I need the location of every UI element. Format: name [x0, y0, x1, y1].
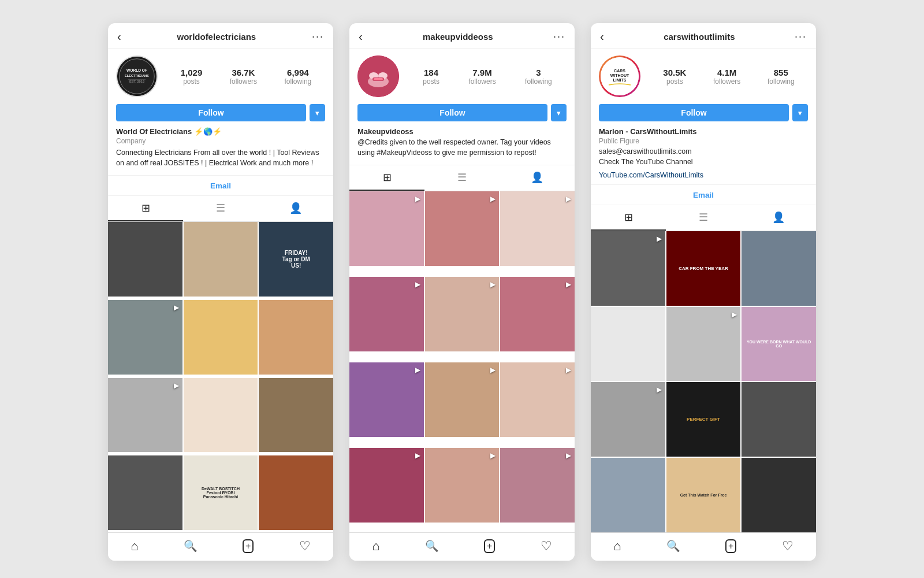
follow-button-cars[interactable]: Follow: [599, 104, 789, 121]
grid-cell[interactable]: Get This Watch For Free: [666, 458, 741, 532]
add-icon[interactable]: +: [243, 539, 254, 553]
grid-cell[interactable]: [742, 231, 816, 306]
bottom-nav-makeup: ⌂ 🔍 + ♡: [349, 532, 575, 561]
header-electricians: ‹ worldofelectricians ···: [108, 23, 333, 49]
more-icon[interactable]: ···: [312, 31, 324, 43]
grid-cell[interactable]: [259, 300, 333, 375]
bio-link-cars[interactable]: YouTube.com/CarsWithoutLimits: [599, 171, 703, 179]
grid-cell[interactable]: ▶: [500, 448, 575, 523]
grid-icon: ⊞: [624, 211, 633, 224]
grid-cell[interactable]: YOU WERE BORN WHAT WOULD GO: [742, 307, 816, 381]
grid-cell[interactable]: [259, 378, 333, 453]
bottom-nav-cars: ⌂ 🔍 + ♡: [591, 532, 816, 561]
grid-cell[interactable]: DeWALT BOSTITCHFestool RYOBIPanasonic Hi…: [184, 455, 258, 530]
grid-cell[interactable]: ▶: [425, 277, 500, 351]
search-icon[interactable]: 🔍: [425, 539, 439, 553]
grid-cell[interactable]: ▶: [349, 362, 424, 437]
video-icon: ▶: [566, 366, 571, 374]
grid-cell[interactable]: ▶: [591, 382, 665, 457]
video-icon: ▶: [415, 366, 420, 374]
follow-dropdown-electricians[interactable]: ▾: [310, 104, 325, 121]
profile-section-cars: CARS WITHOUT LIMITS 30.5K posts 4.1M: [591, 49, 816, 127]
grid-cell[interactable]: ▶: [591, 231, 665, 306]
back-icon[interactable]: ‹: [117, 30, 121, 43]
bio-email-cars: sales@carswithoutlimits.com: [599, 147, 808, 155]
search-icon[interactable]: 🔍: [184, 539, 198, 553]
tab-list-electricians[interactable]: ☰: [183, 196, 258, 221]
grid-cell[interactable]: ▶: [349, 448, 424, 523]
home-icon[interactable]: ⌂: [372, 539, 379, 554]
profile-section-makeup: 184 posts 7.9M followers 3 following Fol…: [349, 49, 575, 127]
grid-cell[interactable]: ▶: [349, 277, 424, 351]
tab-person-electricians[interactable]: 👤: [258, 196, 333, 221]
grid-cell[interactable]: [742, 458, 816, 532]
grid-cell[interactable]: ▶: [108, 378, 182, 453]
grid-cell[interactable]: [108, 455, 182, 530]
tabs-cars: ⊞ ☰ 👤: [591, 205, 816, 231]
stat-followers: 7.9M followers: [468, 68, 495, 86]
photo-grid-cars: ▶ CAR FROM THE YEAR ▶ YOU WERE BORN WHAT…: [591, 231, 816, 532]
grid-cell[interactable]: PERFECT GIFT: [666, 382, 741, 457]
grid-icon: ⊞: [141, 202, 150, 214]
grid-cell[interactable]: [591, 307, 665, 381]
video-icon: ▶: [490, 195, 495, 203]
grid-cell[interactable]: ▶: [500, 362, 575, 437]
back-icon[interactable]: ‹: [600, 30, 604, 43]
grid-cell[interactable]: [184, 378, 258, 453]
grid-cell[interactable]: [742, 382, 816, 457]
more-icon[interactable]: ···: [553, 31, 565, 43]
grid-cell[interactable]: ▶: [108, 300, 182, 375]
grid-cell[interactable]: [108, 222, 182, 297]
add-icon[interactable]: +: [725, 539, 736, 553]
person-icon: 👤: [531, 171, 543, 184]
more-icon[interactable]: ···: [795, 31, 807, 43]
grid-cell[interactable]: ▶: [500, 277, 575, 351]
follow-dropdown-makeup[interactable]: ▾: [551, 104, 567, 121]
follow-row-electricians: Follow ▾: [116, 104, 325, 121]
grid-cell[interactable]: ▶: [425, 362, 500, 437]
email-button-electricians[interactable]: Email: [210, 181, 231, 190]
grid-cell[interactable]: [259, 455, 333, 530]
tab-grid-cars[interactable]: ⊞: [591, 205, 666, 231]
stat-posts: 184 posts: [423, 68, 439, 86]
username-makeup: makeupviddeoss: [423, 32, 493, 42]
grid-cell[interactable]: ▶: [425, 191, 500, 266]
grid-cell[interactable]: [184, 300, 258, 375]
grid-cell[interactable]: [591, 458, 665, 532]
tab-list-makeup[interactable]: ☰: [424, 165, 500, 191]
heart-icon[interactable]: ♡: [782, 539, 793, 554]
add-icon[interactable]: +: [484, 539, 495, 553]
svg-rect-11: [374, 78, 383, 80]
home-icon[interactable]: ⌂: [613, 539, 621, 554]
grid-cell[interactable]: ▶: [500, 191, 575, 266]
heart-icon[interactable]: ♡: [541, 539, 552, 554]
grid-cell[interactable]: ▶: [349, 191, 424, 266]
tab-list-cars[interactable]: ☰: [666, 205, 741, 231]
grid-cell[interactable]: FRIDAY!Tag or DMUS!: [259, 222, 333, 297]
stat-posts: 30.5K posts: [663, 68, 686, 86]
follow-button-electricians[interactable]: Follow: [116, 104, 306, 121]
grid-cell[interactable]: ▶: [425, 448, 500, 523]
heart-icon[interactable]: ♡: [299, 539, 311, 554]
grid-cell[interactable]: ▶: [666, 307, 741, 381]
back-icon[interactable]: ‹: [359, 30, 363, 43]
bio-text-makeup: @Credits given to the well respected own…: [357, 137, 567, 158]
bio-text-electricians: Connecting Electricians From all over th…: [116, 147, 325, 168]
tab-person-cars[interactable]: 👤: [741, 205, 816, 231]
tab-grid-electricians[interactable]: ⊞: [108, 196, 183, 221]
follow-dropdown-cars[interactable]: ▾: [792, 104, 808, 121]
photo-grid-electricians: FRIDAY!Tag or DMUS! ▶ ▶ DeWALT BOSTITCHF…: [108, 222, 333, 532]
tab-grid-makeup[interactable]: ⊞: [349, 165, 424, 191]
bio-text-cars: Check The YouTube Channel: [599, 157, 808, 167]
email-button-cars[interactable]: Email: [693, 191, 714, 199]
video-icon: ▶: [490, 451, 495, 460]
stat-following: 3 following: [525, 68, 552, 86]
bio-category-cars: Public Figure: [599, 137, 808, 145]
grid-cell[interactable]: CAR FROM THE YEAR: [666, 231, 741, 306]
tab-person-makeup[interactable]: 👤: [500, 165, 575, 191]
grid-cell[interactable]: [184, 222, 258, 297]
search-icon[interactable]: 🔍: [666, 539, 680, 553]
follow-button-makeup[interactable]: Follow: [357, 104, 547, 121]
home-icon[interactable]: ⌂: [131, 539, 138, 554]
video-icon: ▶: [174, 381, 179, 390]
